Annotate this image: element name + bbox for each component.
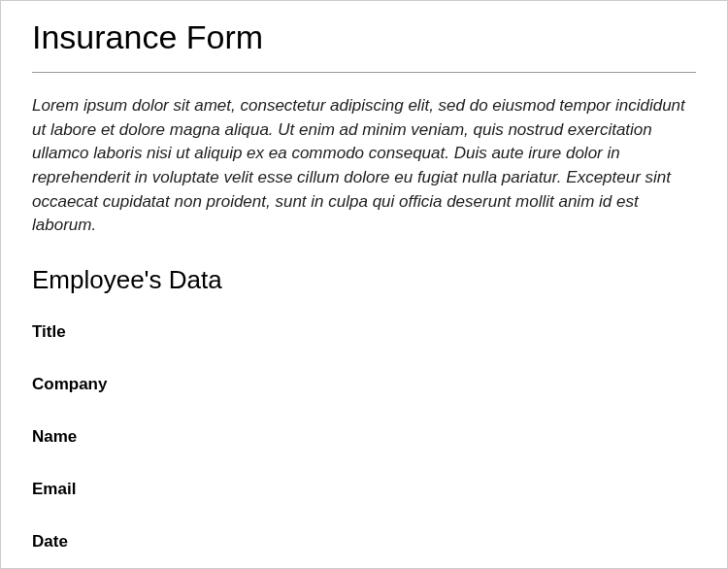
field-label-date: Date bbox=[32, 532, 696, 552]
field-label-email: Email bbox=[32, 480, 696, 499]
field-label-company: Company bbox=[32, 375, 696, 394]
intro-text: Lorem ipsum dolor sit amet, consectetur … bbox=[32, 94, 696, 238]
page-title: Insurance Form bbox=[32, 18, 696, 56]
divider bbox=[32, 72, 696, 73]
field-label-name: Name bbox=[32, 427, 696, 447]
field-label-title: Title bbox=[32, 322, 696, 342]
section-title-employee-data: Employee's Data bbox=[32, 265, 696, 295]
